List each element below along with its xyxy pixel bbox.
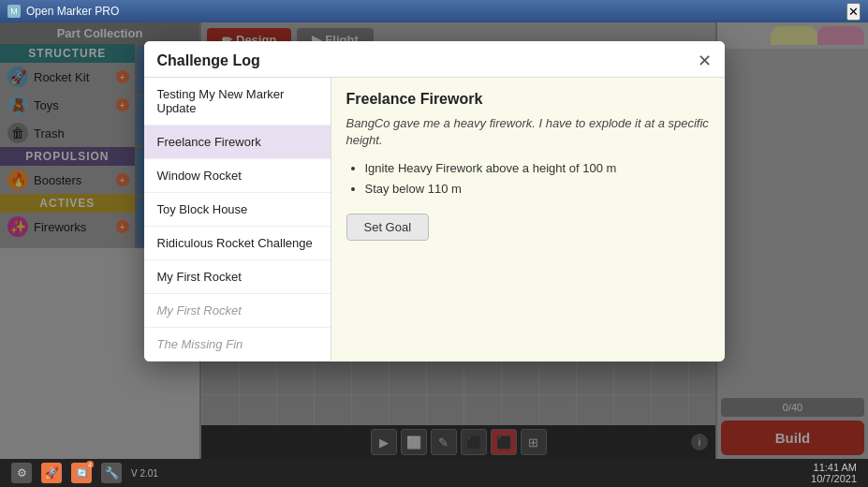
modal: Challenge Log ✕ Testing My New Marker Up…	[144, 41, 725, 362]
settings-icon[interactable]: ⚙	[11, 463, 32, 483]
update-status-icon[interactable]: 🔄4	[71, 463, 92, 483]
challenge-item-toy-block-house[interactable]: Toy Block House	[144, 193, 331, 227]
challenge-item-testing-new-marker[interactable]: Testing My New Marker Update	[144, 78, 331, 125]
challenge-item-freelance-firework[interactable]: Freelance Firework	[144, 125, 331, 159]
challenge-item-ridiculous-rocket[interactable]: Ridiculous Rocket Challenge	[144, 227, 331, 260]
challenge-objectives: Ignite Heavy Firework above a height of …	[346, 158, 710, 199]
challenge-detail-title: Freelance Firework	[346, 91, 710, 108]
set-goal-button[interactable]: Set Goal	[346, 214, 430, 241]
app-icon: M	[7, 5, 21, 18]
title-bar-title: Open Marker PRO	[26, 5, 846, 18]
clock-date: 10/7/2021	[811, 473, 857, 484]
modal-header: Challenge Log ✕	[144, 41, 725, 78]
rocket-status-icon[interactable]: 🚀	[41, 463, 62, 483]
modal-overlay: Challenge Log ✕ Testing My New Marker Up…	[0, 22, 868, 459]
modal-title: Challenge Log	[157, 52, 260, 69]
challenge-item-the-missing-fin[interactable]: The Missing Fin	[144, 328, 331, 362]
modal-close-button[interactable]: ✕	[698, 51, 712, 71]
challenge-detail: Freelance Firework BangCo gave me a heav…	[331, 78, 725, 362]
challenge-item-my-first-rocket-2[interactable]: My First Rocket	[144, 294, 331, 328]
title-bar: M Open Marker PRO ✕	[0, 0, 868, 22]
challenge-item-my-first-rocket-1[interactable]: My First Rocket	[144, 260, 331, 294]
version-badge: V 2.01	[131, 468, 158, 479]
challenge-item-window-rocket[interactable]: Window Rocket	[144, 159, 331, 193]
close-button[interactable]: ✕	[846, 3, 861, 21]
clock-time: 11:41 AM	[811, 462, 857, 473]
challenge-list: Testing My New Marker UpdateFreelance Fi…	[144, 78, 331, 362]
challenge-detail-description: BangCo gave me a heavy firework. I have …	[346, 115, 710, 149]
modal-body: Testing My New Marker UpdateFreelance Fi…	[144, 78, 725, 362]
objective-item: Stay below 110 m	[365, 179, 710, 199]
status-bar: ⚙ 🚀 🔄4 🔧 V 2.01 11:41 AM 10/7/2021	[0, 459, 868, 487]
status-clock: 11:41 AM 10/7/2021	[811, 462, 857, 484]
build-status-icon[interactable]: 🔧	[101, 463, 122, 483]
objective-item: Ignite Heavy Firework above a height of …	[365, 158, 710, 179]
